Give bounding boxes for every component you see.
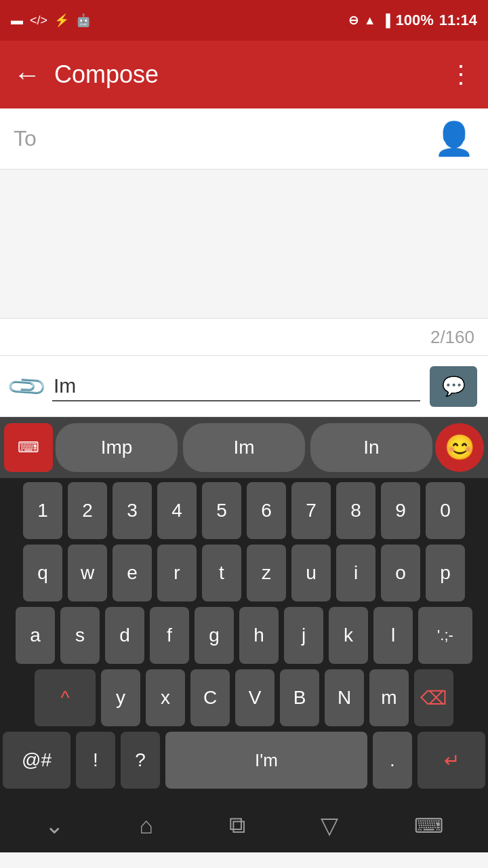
keyboard-row-bottom: @# ! ? I'm . ↵: [3, 732, 485, 789]
key-q[interactable]: q: [23, 545, 62, 601]
enter-key[interactable]: ↵: [418, 732, 485, 789]
signal-icon: ▐: [382, 14, 390, 28]
status-bar: ▬ </> ⚡ 🤖 ⊖ ▲ ▐ 100% 11:14: [0, 0, 488, 41]
wifi-icon: ▲: [364, 14, 376, 28]
key-3[interactable]: 3: [113, 482, 152, 539]
key-u[interactable]: u: [291, 545, 331, 601]
message-body-area[interactable]: [0, 170, 488, 319]
shift-key[interactable]: ^: [35, 669, 96, 726]
code-icon: </>: [30, 14, 47, 28]
keyboard-settings-button[interactable]: ⌨: [4, 423, 53, 472]
key-o[interactable]: o: [381, 545, 420, 601]
suggestion-in-text: In: [363, 437, 379, 458]
key-6[interactable]: 6: [247, 482, 286, 539]
symbols-key[interactable]: @#: [3, 732, 70, 789]
key-t[interactable]: t: [202, 545, 241, 601]
key-5[interactable]: 5: [202, 482, 241, 539]
to-label: To: [14, 126, 434, 151]
key-2[interactable]: 2: [68, 482, 107, 539]
keyboard-icon: ⌨: [18, 439, 39, 456]
to-field[interactable]: To 👤: [0, 108, 488, 170]
battery-text: 100%: [395, 12, 433, 29]
exclaim-key[interactable]: !: [76, 732, 115, 789]
backspace-key[interactable]: ⌫: [414, 669, 453, 726]
key-d[interactable]: d: [105, 607, 144, 664]
bottom-nav: ⌄ ⌂ ⧉ ▽ ⌨: [0, 798, 488, 852]
dnd-icon: ⊖: [348, 13, 359, 28]
key-0[interactable]: 0: [426, 482, 465, 539]
key-v[interactable]: V: [235, 669, 274, 726]
send-button[interactable]: 💬: [430, 366, 477, 407]
screen-icon: ▬: [11, 14, 23, 28]
message-counter: 2/160: [430, 327, 474, 348]
key-punct[interactable]: '.;-: [418, 607, 472, 664]
key-c[interactable]: C: [190, 669, 230, 726]
key-f[interactable]: f: [150, 607, 189, 664]
android-icon: 🤖: [76, 13, 91, 28]
app-bar: ← Compose ⋮: [0, 41, 488, 108]
time-text: 11:14: [439, 12, 477, 29]
key-i[interactable]: i: [336, 545, 375, 601]
input-row: 📎 💬: [0, 356, 488, 417]
usb-icon: ⚡: [54, 13, 69, 28]
suggestions-row: ⌨ Imp Im In 😊: [0, 417, 488, 478]
status-info-right: ⊖ ▲ ▐ 100% 11:14: [348, 12, 477, 29]
key-l[interactable]: l: [373, 607, 413, 664]
key-m[interactable]: m: [369, 669, 409, 726]
contact-picker-icon[interactable]: 👤: [434, 120, 474, 158]
emoji-icon: 😊: [445, 433, 475, 462]
key-p[interactable]: p: [426, 545, 465, 601]
suggestion-imp-text: Imp: [101, 437, 133, 458]
keyboard: 1 2 3 4 5 6 7 8 9 0 q w e r t z u i o p …: [0, 478, 488, 798]
key-w[interactable]: w: [68, 545, 107, 601]
app-bar-left: ← Compose: [14, 60, 159, 90]
hide-keyboard-button[interactable]: ⌄: [45, 812, 64, 839]
key-x[interactable]: x: [146, 669, 185, 726]
key-1[interactable]: 1: [23, 482, 62, 539]
key-r[interactable]: r: [157, 545, 197, 601]
key-k[interactable]: k: [329, 607, 368, 664]
key-7[interactable]: 7: [291, 482, 331, 539]
key-s[interactable]: s: [60, 607, 100, 664]
message-input[interactable]: [52, 372, 420, 401]
key-z[interactable]: z: [247, 545, 286, 601]
key-b[interactable]: B: [280, 669, 319, 726]
status-icons-left: ▬ </> ⚡ 🤖: [11, 13, 91, 28]
home-button[interactable]: ⌂: [140, 812, 154, 839]
back-button-nav[interactable]: ▽: [321, 812, 338, 839]
key-8[interactable]: 8: [336, 482, 375, 539]
send-icon: 💬: [442, 375, 466, 397]
key-g[interactable]: g: [195, 607, 234, 664]
question-key[interactable]: ?: [121, 732, 160, 789]
keyboard-row-shift: ^ y x C V B N m ⌫: [3, 669, 485, 726]
key-y[interactable]: y: [101, 669, 140, 726]
suggestion-im-text: Im: [233, 437, 254, 458]
more-options-button[interactable]: ⋮: [449, 60, 474, 89]
emoji-button[interactable]: 😊: [435, 423, 484, 472]
keyboard-row-a: a s d f g h j k l '.;-: [3, 607, 485, 664]
key-4[interactable]: 4: [157, 482, 197, 539]
app-bar-title: Compose: [54, 60, 159, 89]
key-n[interactable]: N: [325, 669, 364, 726]
key-h[interactable]: h: [239, 607, 279, 664]
keyboard-row-numbers: 1 2 3 4 5 6 7 8 9 0: [3, 482, 485, 539]
attach-button[interactable]: 📎: [5, 364, 48, 408]
keyboard-row-q: q w e r t z u i o p: [3, 545, 485, 601]
suggestion-in[interactable]: In: [310, 423, 432, 472]
keyboard-toggle-button[interactable]: ⌨: [414, 814, 443, 837]
suggestion-im[interactable]: Im: [183, 423, 305, 472]
recents-button[interactable]: ⧉: [229, 812, 245, 839]
suggestion-imp[interactable]: Imp: [56, 423, 178, 472]
key-9[interactable]: 9: [381, 482, 420, 539]
key-j[interactable]: j: [284, 607, 323, 664]
counter-bar: 2/160: [0, 319, 488, 356]
space-key[interactable]: I'm: [165, 732, 367, 789]
key-a[interactable]: a: [16, 607, 55, 664]
period-key[interactable]: .: [373, 732, 412, 789]
back-button[interactable]: ←: [14, 60, 41, 90]
key-e[interactable]: e: [113, 545, 152, 601]
